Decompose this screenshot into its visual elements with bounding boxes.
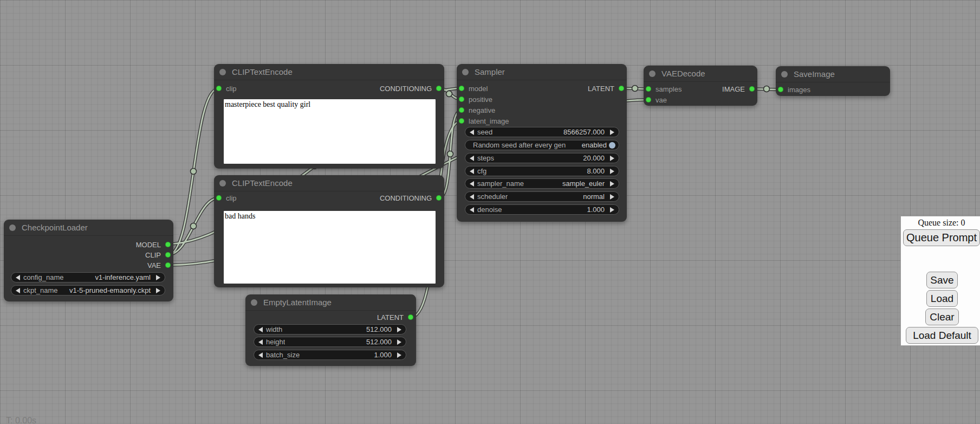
- node-title: VAEDecode: [661, 69, 705, 78]
- node-header[interactable]: CheckpointLoader: [4, 220, 173, 236]
- collapse-dot-icon[interactable]: [251, 299, 257, 306]
- decrement-arrow-icon[interactable]: [258, 327, 263, 332]
- input-port-positive[interactable]: positive: [459, 94, 492, 104]
- input-port-model[interactable]: model: [459, 83, 488, 93]
- input-port-clip[interactable]: clip: [216, 83, 237, 93]
- node-checkpointloader[interactable]: CheckpointLoader MODEL CLIP VAE config_n…: [4, 220, 173, 301]
- decrement-arrow-icon[interactable]: [470, 207, 474, 213]
- output-port-conditioning[interactable]: CONDITIONING: [380, 83, 442, 93]
- node-cliptextencode-positive[interactable]: CLIPTextEncode clip CONDITIONING masterp…: [214, 64, 444, 169]
- input-port-negative[interactable]: negative: [459, 105, 495, 115]
- widget-cfg[interactable]: cfg 8.000: [465, 166, 619, 176]
- increment-arrow-icon[interactable]: [156, 275, 160, 280]
- save-button[interactable]: Save: [926, 272, 958, 288]
- widget-config-name[interactable]: config_name v1-inference.yaml: [11, 272, 165, 282]
- output-port-clip[interactable]: CLIP: [145, 250, 171, 260]
- port-dot-icon[interactable]: [436, 195, 442, 201]
- port-dot-icon[interactable]: [778, 87, 783, 92]
- port-dot-icon[interactable]: [749, 86, 755, 92]
- widget-seed[interactable]: seed 8566257.000: [465, 127, 619, 137]
- prompt-textarea[interactable]: masterpiece best quality girl: [224, 99, 436, 164]
- input-port-samples[interactable]: samples: [646, 84, 682, 94]
- increment-arrow-icon[interactable]: [397, 339, 401, 345]
- node-header[interactable]: SaveImage: [776, 66, 890, 82]
- clear-button[interactable]: Clear: [925, 309, 959, 325]
- decrement-arrow-icon[interactable]: [470, 156, 474, 161]
- widget-denoise[interactable]: denoise 1.000: [465, 204, 619, 215]
- increment-arrow-icon[interactable]: [397, 352, 401, 358]
- node-header[interactable]: EmptyLatentImage: [245, 294, 416, 311]
- output-port-image[interactable]: IMAGE: [722, 84, 755, 94]
- decrement-arrow-icon[interactable]: [470, 181, 474, 187]
- port-dot-icon[interactable]: [619, 86, 624, 91]
- prompt-textarea[interactable]: bad hands: [224, 211, 436, 284]
- decrement-arrow-icon[interactable]: [16, 288, 20, 293]
- output-label: CLIP: [145, 251, 161, 259]
- increment-arrow-icon[interactable]: [397, 327, 401, 332]
- collapse-dot-icon[interactable]: [462, 69, 469, 75]
- port-dot-icon[interactable]: [459, 107, 464, 113]
- increment-arrow-icon[interactable]: [610, 181, 614, 187]
- queue-prompt-button[interactable]: Queue Prompt: [903, 229, 980, 246]
- widget-width[interactable]: width 512.000: [254, 324, 406, 335]
- output-port-latent[interactable]: LATENT: [588, 83, 624, 93]
- widget-sampler-name[interactable]: sampler_name sample_euler: [465, 178, 619, 189]
- node-sampler[interactable]: Sampler model positive negative latent_i…: [457, 64, 627, 222]
- node-emptylatentimage[interactable]: EmptyLatentImage LATENT width 512.000 he…: [245, 294, 416, 366]
- decrement-arrow-icon[interactable]: [470, 194, 474, 200]
- widget-scheduler[interactable]: scheduler normal: [465, 191, 619, 202]
- node-cliptextencode-negative[interactable]: CLIPTextEncode clip CONDITIONING bad han…: [214, 175, 444, 287]
- decrement-arrow-icon[interactable]: [258, 339, 263, 345]
- collapse-dot-icon[interactable]: [781, 71, 788, 78]
- decrement-arrow-icon[interactable]: [470, 130, 474, 135]
- port-dot-icon[interactable]: [459, 86, 464, 91]
- port-dot-icon[interactable]: [165, 252, 171, 258]
- increment-arrow-icon[interactable]: [610, 169, 614, 174]
- port-dot-icon[interactable]: [165, 262, 171, 268]
- widget-random-seed-toggle[interactable]: Random seed after every gen enabled: [465, 140, 619, 150]
- widget-batch-size[interactable]: batch_size 1.000: [254, 350, 406, 360]
- port-dot-icon[interactable]: [408, 314, 413, 320]
- output-port-latent[interactable]: LATENT: [377, 312, 413, 322]
- widget-steps[interactable]: steps 20.000: [465, 153, 619, 163]
- node-vaedecode[interactable]: VAEDecode samples vae IMAGE: [644, 66, 757, 106]
- output-port-conditioning[interactable]: CONDITIONING: [380, 193, 442, 203]
- load-button[interactable]: Load: [926, 290, 958, 307]
- collapse-dot-icon[interactable]: [219, 180, 226, 187]
- port-dot-icon[interactable]: [646, 97, 651, 102]
- widget-height[interactable]: height 512.000: [254, 337, 406, 347]
- input-port-latent-image[interactable]: latent_image: [459, 116, 509, 126]
- node-header[interactable]: CLIPTextEncode: [214, 64, 444, 80]
- increment-arrow-icon[interactable]: [610, 194, 614, 200]
- collapse-dot-icon[interactable]: [9, 224, 16, 231]
- port-dot-icon[interactable]: [165, 242, 171, 247]
- port-dot-icon[interactable]: [459, 97, 464, 102]
- node-header[interactable]: Sampler: [457, 64, 627, 80]
- decrement-arrow-icon[interactable]: [470, 169, 474, 174]
- output-port-model[interactable]: MODEL: [136, 240, 171, 249]
- port-dot-icon[interactable]: [436, 86, 442, 91]
- port-dot-icon[interactable]: [459, 118, 464, 124]
- decrement-arrow-icon[interactable]: [16, 275, 20, 280]
- toggle-dot-icon[interactable]: [609, 142, 615, 149]
- output-port-vae[interactable]: VAE: [147, 260, 171, 270]
- input-port-clip[interactable]: clip: [216, 193, 237, 203]
- increment-arrow-icon[interactable]: [610, 130, 614, 135]
- input-port-vae[interactable]: vae: [646, 95, 667, 105]
- collapse-dot-icon[interactable]: [649, 70, 656, 77]
- node-header[interactable]: VAEDecode: [644, 66, 757, 82]
- port-dot-icon[interactable]: [646, 86, 651, 92]
- input-label: negative: [469, 106, 495, 114]
- port-dot-icon[interactable]: [216, 86, 222, 91]
- widget-ckpt-name[interactable]: ckpt_name v1-5-pruned-emaonly.ckpt: [11, 285, 165, 295]
- collapse-dot-icon[interactable]: [219, 69, 226, 75]
- increment-arrow-icon[interactable]: [156, 288, 160, 293]
- decrement-arrow-icon[interactable]: [258, 352, 263, 358]
- input-port-images[interactable]: images: [778, 85, 810, 94]
- load-default-button[interactable]: Load Default: [906, 327, 978, 344]
- increment-arrow-icon[interactable]: [610, 156, 614, 161]
- node-header[interactable]: CLIPTextEncode: [214, 175, 444, 191]
- port-dot-icon[interactable]: [216, 195, 222, 201]
- increment-arrow-icon[interactable]: [610, 207, 614, 213]
- node-saveimage[interactable]: SaveImage images: [776, 66, 890, 96]
